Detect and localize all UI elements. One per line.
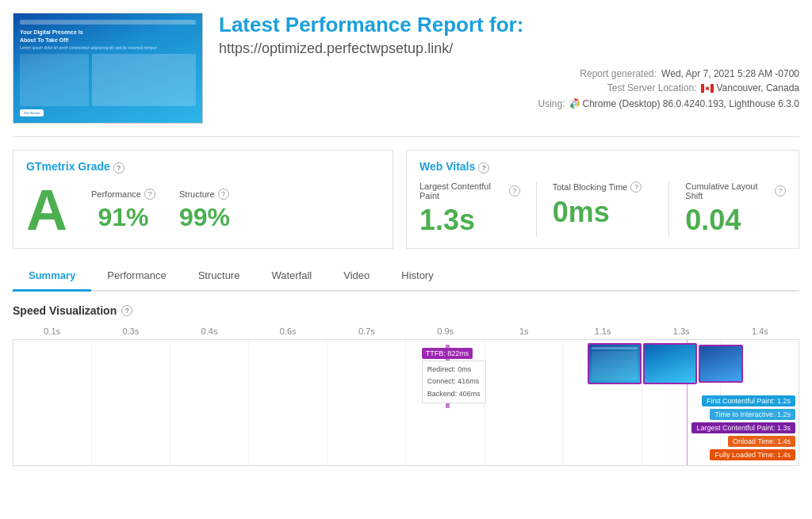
- thumbnail-3: [699, 345, 743, 383]
- meta-using-label: Using:: [454, 98, 565, 112]
- tab-performance[interactable]: Performance: [91, 261, 182, 292]
- report-title: Latest Performance Report for:: [219, 13, 799, 37]
- grade-content: A Performance ? 91% Structure ?: [26, 181, 380, 239]
- fcp-badge: First Contentful Paint: 1.2s: [702, 395, 795, 406]
- svg-rect-2: [710, 84, 714, 93]
- meta-generated-value: Wed, Apr 7, 2021 5:28 AM -0700: [661, 68, 799, 79]
- cls-help-icon[interactable]: ?: [775, 185, 786, 197]
- header-section: Your Digital Presence Is About To Take O…: [13, 13, 799, 137]
- timeline-ruler: 0.1s 0.3s 0.4s 0.6s 0.7s 0.9s 1s 1.1s 1.…: [13, 326, 799, 336]
- tab-summary[interactable]: Summary: [13, 261, 91, 292]
- vital-divider-1: [536, 181, 537, 237]
- performance-metric: Performance ? 91%: [91, 189, 155, 232]
- ruler-label-04s: 0.4s: [170, 326, 248, 336]
- meta-generated-label: Report generated:: [546, 68, 657, 79]
- chrome-icon: [569, 98, 580, 109]
- tab-history[interactable]: History: [385, 261, 449, 292]
- ruler-label-06s: 0.6s: [249, 326, 327, 336]
- header-info: Latest Performance Report for: https://o…: [219, 13, 799, 111]
- tti-badge: Time to Interactive: 1.2s: [710, 409, 795, 420]
- meta-using-value: Chrome (Desktop) 86.0.4240.193, Lighthou…: [569, 98, 799, 112]
- speed-visualization-section: Speed Visualization ? 0.1s 0.3s 0.4s 0.6…: [13, 304, 799, 466]
- timeline-body: TTFB: 822ms Redirect: 0ms Connect: 416ms…: [13, 339, 799, 466]
- structure-metric: Structure ? 99%: [179, 189, 230, 232]
- ruler-label-11s: 1.1s: [563, 326, 642, 336]
- lcp-help-icon[interactable]: ?: [509, 185, 520, 197]
- tbt-label: Total Blocking Time ?: [553, 181, 653, 193]
- screenshot-thumbnails: [588, 343, 743, 384]
- fully-loaded-badge: Fully Loaded Time: 1.4s: [710, 449, 795, 460]
- report-url: https://optimized.perfectwpsetup.link/: [219, 40, 799, 57]
- tab-structure[interactable]: Structure: [182, 261, 256, 292]
- cls-vital: Cumulative Layout Shift ? 0.04: [685, 181, 786, 237]
- gtmetrix-grade-box: GTmetrix Grade ? A Performance ? 91%: [13, 150, 393, 249]
- cls-label: Cumulative Layout Shift ?: [685, 181, 786, 200]
- canada-flag-icon: [701, 84, 714, 93]
- lcp-value: 1.3s: [419, 204, 520, 237]
- speed-visualization-title: Speed Visualization ?: [13, 304, 799, 317]
- ruler-label-07s: 0.7s: [327, 326, 406, 336]
- ttfb-label: TTFB: 822ms Redirect: 0ms Connect: 416ms…: [422, 346, 486, 403]
- vital-divider-2: [668, 181, 669, 237]
- tbt-help-icon[interactable]: ?: [630, 181, 642, 193]
- tab-waterfall[interactable]: Waterfall: [255, 261, 327, 292]
- speed-viz-help-icon[interactable]: ?: [121, 305, 132, 316]
- lcp-label: Largest Contentful Paint ?: [419, 181, 520, 200]
- svg-point-6: [573, 102, 576, 105]
- tbt-vital: Total Blocking Time ? 0ms: [553, 181, 653, 237]
- lcp-badge: Largest Contentful Paint: 1.3s: [691, 422, 795, 433]
- ttfb-connect: Connect: 416ms: [427, 376, 481, 387]
- structure-value: 99%: [179, 203, 230, 232]
- thumbnail-1: [588, 343, 642, 384]
- meta-server: Test Server Location: Vancouver, Canada: [219, 82, 799, 95]
- gtmetrix-grade-title: GTmetrix Grade ?: [26, 160, 380, 174]
- meta-server-label: Test Server Location:: [585, 82, 696, 95]
- meta-using: Using: Chrome (Desktop) 86.0.4: [219, 98, 799, 112]
- performance-label: Performance ?: [91, 189, 155, 200]
- vitals-content: Largest Contentful Paint ? 1.3s Total Bl…: [419, 181, 786, 237]
- website-screenshot: Your Digital Presence Is About To Take O…: [13, 13, 203, 124]
- ttfb-backend: Backend: 406ms: [427, 388, 481, 400]
- ruler-label-03s: 0.3s: [91, 326, 170, 336]
- ruler-label-1s: 1s: [485, 326, 563, 336]
- onload-badge: Onload Time: 1.4s: [728, 436, 795, 447]
- structure-help-icon[interactable]: ?: [218, 189, 229, 200]
- cls-value: 0.04: [685, 204, 786, 237]
- tbt-value: 0ms: [553, 196, 653, 229]
- web-vitals-title: Web Vitals ?: [419, 160, 786, 174]
- tabs-section: Summary Performance Structure Waterfall …: [13, 261, 799, 292]
- report-meta: Report generated: Wed, Apr 7, 2021 5:28 …: [219, 68, 799, 111]
- meta-server-value: Vancouver, Canada: [701, 82, 799, 95]
- gtmetrix-grade-help-icon[interactable]: ?: [113, 162, 124, 174]
- ruler-label-14s: 1.4s: [721, 326, 799, 336]
- grades-section: GTmetrix Grade ? A Performance ? 91%: [13, 150, 799, 249]
- performance-help-icon[interactable]: ?: [144, 189, 155, 200]
- ttfb-redirect: Redirect: 0ms: [427, 364, 481, 376]
- ttfb-details: Redirect: 0ms Connect: 416ms Backend: 40…: [422, 361, 486, 403]
- meta-generated: Report generated: Wed, Apr 7, 2021 5:28 …: [219, 68, 799, 79]
- web-vitals-help-icon[interactable]: ?: [478, 162, 489, 174]
- performance-value: 91%: [91, 203, 155, 232]
- metric-badges: First Contentful Paint: 1.2s Time to Int…: [691, 395, 795, 460]
- thumbnail-2: [643, 343, 697, 384]
- svg-rect-0: [701, 84, 704, 93]
- lcp-vital: Largest Contentful Paint ? 1.3s: [419, 181, 520, 237]
- ttfb-badge: TTFB: 822ms: [422, 348, 473, 359]
- grade-metrics: Performance ? 91% Structure ? 99%: [91, 189, 230, 232]
- ruler-label-01s: 0.1s: [13, 326, 91, 336]
- web-vitals-box: Web Vitals ? Largest Contentful Paint ? …: [406, 150, 799, 249]
- ruler-label-13s: 1.3s: [642, 326, 721, 336]
- tab-video[interactable]: Video: [327, 261, 385, 292]
- structure-label: Structure ?: [179, 189, 230, 200]
- ruler-label-09s: 0.9s: [406, 326, 485, 336]
- grade-letter: A: [26, 181, 67, 239]
- main-container: Your Digital Presence Is About To Take O…: [0, 0, 812, 479]
